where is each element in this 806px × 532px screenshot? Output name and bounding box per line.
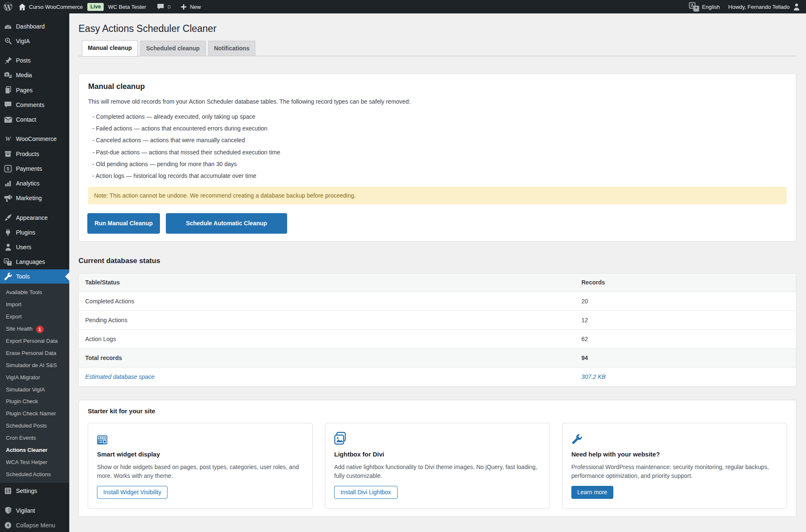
svg-text:W: W bbox=[5, 136, 11, 142]
svg-text:$: $ bbox=[7, 166, 10, 171]
svg-text:*: * bbox=[9, 261, 10, 265]
